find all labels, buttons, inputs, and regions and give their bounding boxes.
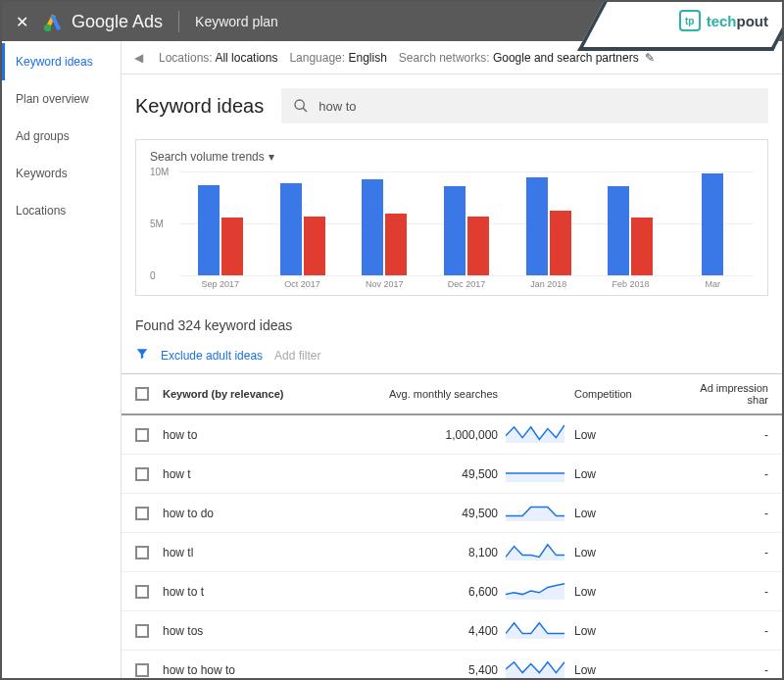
sidebar-item-locations[interactable]: Locations — [2, 192, 121, 229]
close-icon[interactable]: ✕ — [16, 13, 28, 31]
cell-avg: 1,000,000 — [359, 428, 506, 442]
bar-series-2 — [304, 217, 325, 275]
techpout-icon: tp — [679, 10, 701, 31]
bar-series-1 — [702, 173, 723, 275]
svg-marker-9 — [506, 662, 564, 678]
col-keyword[interactable]: Keyword (by relevance) — [163, 388, 359, 400]
x-tick: Sep 2017 — [179, 279, 262, 289]
cell-impression: - — [692, 428, 768, 442]
google-ads-logo-icon — [42, 11, 64, 32]
select-all-checkbox[interactable] — [135, 387, 149, 401]
x-tick: Nov 2017 — [343, 279, 425, 289]
table-row: how to t6,600Low- — [122, 572, 782, 611]
table-row: how tos4,400Low- — [122, 611, 782, 651]
y-tick: 0 — [150, 270, 156, 281]
search-input[interactable]: how to — [281, 88, 768, 123]
row-checkbox[interactable] — [135, 585, 149, 599]
add-filter-link[interactable]: Add filter — [274, 349, 320, 363]
techpout-watermark: tp techpout — [606, 2, 782, 47]
volume-chart: 05M10MSep 2017Oct 2017Nov 2017Dec 2017Ja… — [179, 171, 754, 289]
bar-series-1 — [362, 179, 383, 275]
row-checkbox[interactable] — [135, 467, 149, 481]
chart-card: Search volume trends▾ 05M10MSep 2017Oct … — [135, 139, 768, 296]
sparkline — [506, 580, 564, 600]
cell-avg: 49,500 — [359, 507, 506, 520]
cell-avg: 4,400 — [359, 624, 506, 638]
sidebar-item-keywords[interactable]: Keywords — [2, 155, 121, 192]
table-row: how to1,000,000Low- — [122, 415, 782, 455]
cell-competition: Low — [574, 546, 692, 559]
pencil-icon[interactable]: ✎ — [645, 51, 655, 65]
sparkline — [506, 541, 564, 560]
cell-keyword[interactable]: how to — [163, 428, 359, 442]
cell-competition: Low — [574, 507, 692, 520]
cell-impression: - — [692, 507, 768, 520]
chevron-down-icon: ▾ — [269, 150, 274, 164]
svg-point-1 — [295, 100, 304, 109]
cell-competition: Low — [574, 428, 692, 442]
table-row: how to do49,500Low- — [122, 494, 782, 533]
cell-keyword[interactable]: how t — [163, 467, 359, 481]
sparkline — [506, 462, 564, 482]
sparkline — [506, 619, 564, 639]
bar-series-2 — [631, 218, 653, 275]
svg-point-0 — [44, 24, 51, 31]
sidebar-item-keyword-ideas[interactable]: Keyword ideas — [2, 43, 121, 80]
bar-series-2 — [550, 211, 571, 275]
exclude-adult-link[interactable]: Exclude adult ideas — [161, 349, 263, 363]
bar-series-1 — [444, 186, 466, 275]
cell-competition: Low — [574, 624, 692, 638]
cell-keyword[interactable]: how to t — [163, 585, 359, 599]
table-header: Keyword (by relevance) Avg. monthly sear… — [122, 373, 782, 415]
col-avg-searches[interactable]: Avg. monthly searches — [359, 388, 506, 400]
cell-avg: 8,100 — [359, 546, 506, 559]
page-title: Keyword ideas — [135, 95, 264, 118]
row-checkbox[interactable] — [135, 663, 149, 677]
svg-marker-4 — [506, 473, 564, 482]
table-row: how tl8,100Low- — [122, 533, 782, 572]
sidebar: Keyword ideasPlan overviewAd groupsKeywo… — [2, 41, 122, 678]
col-competition[interactable]: Competition — [574, 388, 692, 400]
filter-networks[interactable]: Search networks: Google and search partn… — [399, 51, 639, 65]
cell-keyword[interactable]: how to do — [163, 507, 359, 520]
x-tick: Oct 2017 — [262, 279, 344, 289]
cell-impression: - — [692, 546, 768, 559]
filter-locations[interactable]: Locations: All locations — [159, 51, 277, 65]
row-checkbox[interactable] — [135, 624, 149, 638]
filter-icon[interactable] — [135, 347, 149, 364]
cell-impression: - — [692, 663, 768, 677]
filter-language[interactable]: Language: English — [289, 51, 386, 65]
sidebar-item-ad-groups[interactable]: Ad groups — [2, 118, 121, 155]
sidebar-item-plan-overview[interactable]: Plan overview — [2, 80, 121, 118]
col-impression-share[interactable]: Ad impression shar — [692, 382, 768, 406]
bar-series-1 — [280, 183, 302, 275]
x-tick: Feb 2018 — [590, 279, 672, 289]
row-checkbox[interactable] — [135, 428, 149, 442]
bar-series-1 — [526, 177, 548, 275]
row-checkbox[interactable] — [135, 546, 149, 559]
cell-competition: Low — [574, 663, 692, 677]
cell-competition: Low — [574, 467, 692, 481]
cell-keyword[interactable]: how tos — [163, 624, 359, 638]
cell-impression: - — [692, 585, 768, 599]
bar-series-2 — [467, 217, 489, 275]
svg-line-2 — [303, 108, 307, 112]
sparkline — [506, 658, 564, 678]
table-row: how to how to5,400Low- — [122, 651, 782, 678]
cell-keyword[interactable]: how to how to — [163, 663, 359, 677]
sparkline — [506, 423, 564, 443]
x-tick: Dec 2017 — [425, 279, 508, 289]
search-icon — [293, 98, 309, 114]
svg-marker-8 — [506, 623, 564, 639]
cell-keyword[interactable]: how tl — [163, 546, 359, 559]
svg-marker-5 — [506, 508, 564, 521]
y-tick: 5M — [150, 219, 164, 229]
cell-avg: 49,500 — [359, 467, 506, 481]
row-checkbox[interactable] — [135, 507, 149, 520]
bar-series-1 — [608, 186, 629, 275]
sparkline — [506, 502, 564, 521]
chart-dropdown[interactable]: Search volume trends▾ — [150, 150, 754, 164]
chevron-left-icon[interactable]: ◀ — [129, 51, 147, 65]
cell-avg: 6,600 — [359, 585, 506, 599]
y-tick: 10M — [150, 167, 169, 177]
